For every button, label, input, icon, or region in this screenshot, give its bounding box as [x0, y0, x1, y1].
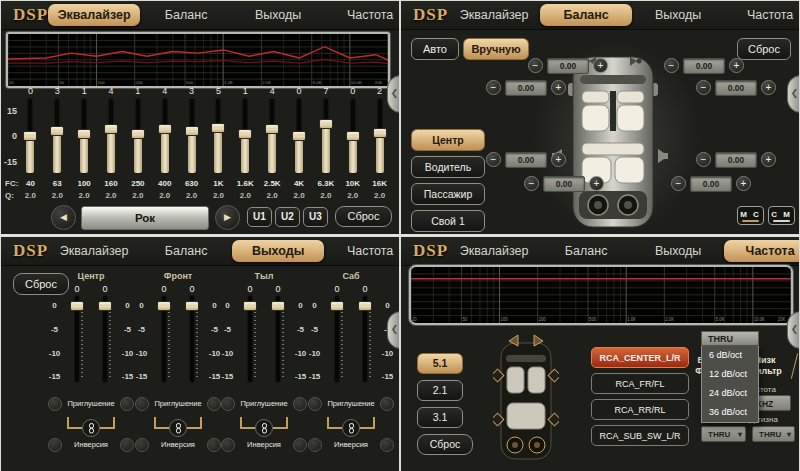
increase-button[interactable]: +: [761, 152, 776, 167]
mute-toggle-left[interactable]: [135, 397, 149, 411]
decrease-button[interactable]: −: [671, 176, 686, 191]
eq-band-slider[interactable]: [131, 99, 145, 173]
eq-slider-knob[interactable]: [77, 129, 91, 139]
increase-button[interactable]: +: [551, 152, 566, 167]
increase-button[interactable]: +: [761, 80, 776, 95]
balance-auto-button[interactable]: Авто: [411, 38, 459, 60]
tab-frequency[interactable]: Частота: [324, 240, 400, 262]
slope-option-1[interactable]: 12 dB/oct: [702, 365, 758, 384]
balance-preset-1[interactable]: Водитель: [411, 156, 485, 178]
tab-equalizer[interactable]: Эквалайзер: [448, 240, 540, 262]
eq-slider-knob[interactable]: [292, 131, 306, 141]
eq-reset-button[interactable]: Сброс: [335, 206, 392, 227]
increase-button[interactable]: +: [593, 58, 608, 73]
preset-display[interactable]: Рок: [81, 206, 209, 230]
link-channels-button[interactable]: [82, 419, 100, 437]
eq-band-slider[interactable]: [319, 99, 333, 173]
output-slider-knob[interactable]: [70, 301, 84, 311]
config-button-2-1[interactable]: 2.1: [417, 380, 463, 401]
eq-band-slider[interactable]: [104, 99, 118, 173]
tab-outputs[interactable]: Выходы: [632, 240, 724, 262]
increase-button[interactable]: +: [589, 176, 604, 191]
inversion-toggle-right[interactable]: [207, 438, 221, 452]
mute-toggle-left[interactable]: [221, 397, 235, 411]
increase-button[interactable]: +: [551, 80, 566, 95]
eq-slider-knob[interactable]: [185, 126, 199, 136]
eq-band-slider[interactable]: [185, 99, 199, 173]
eq-band-slider[interactable]: [346, 99, 360, 173]
tab-equalizer[interactable]: Эквалайзер: [448, 4, 540, 26]
rca-button-2[interactable]: RCA_RR/RL: [591, 399, 689, 420]
output-level-slider[interactable]: [185, 296, 199, 382]
mute-toggle-right[interactable]: [293, 397, 307, 411]
inversion-toggle-right[interactable]: [380, 438, 394, 452]
eq-band-slider[interactable]: [158, 99, 172, 173]
tab-outputs[interactable]: Выходы: [632, 4, 724, 26]
increase-button[interactable]: +: [729, 58, 744, 73]
eq-slider-knob[interactable]: [104, 124, 118, 134]
drawer-handle[interactable]: ❮: [387, 311, 400, 349]
inversion-toggle-left[interactable]: [308, 438, 322, 452]
eq-band-slider[interactable]: [265, 99, 279, 173]
eq-slider-knob[interactable]: [50, 126, 64, 136]
memory-button-u3[interactable]: U3: [303, 207, 328, 227]
balance-preset-2[interactable]: Пассажир: [411, 183, 485, 205]
eq-slider-knob[interactable]: [131, 129, 145, 139]
memory-button-u2[interactable]: U2: [275, 207, 300, 227]
output-level-slider[interactable]: [98, 296, 112, 382]
output-level-slider[interactable]: [157, 296, 171, 382]
drawer-handle[interactable]: ❮: [387, 75, 400, 113]
balance-manual-button[interactable]: Вручную: [463, 38, 529, 60]
tab-balance[interactable]: Баланс: [540, 4, 632, 26]
inversion-toggle-right[interactable]: [120, 438, 134, 452]
preset-prev-button[interactable]: ◀: [51, 205, 76, 230]
config-button-3-1[interactable]: 3.1: [417, 407, 463, 428]
output-slider-knob[interactable]: [271, 301, 285, 311]
inversion-toggle-left[interactable]: [48, 438, 62, 452]
slope-option-2[interactable]: 24 dB/oct: [702, 384, 758, 403]
tab-frequency[interactable]: Частота: [724, 4, 800, 26]
drawer-handle[interactable]: ❮: [787, 75, 800, 113]
output-level-slider[interactable]: [243, 296, 257, 382]
eq-band-slider[interactable]: [23, 99, 37, 173]
slope-option-0[interactable]: 6 dB/oct: [702, 346, 758, 365]
output-slider-knob[interactable]: [330, 301, 344, 311]
tab-equalizer[interactable]: Эквалайзер: [48, 4, 140, 26]
slope-select-left[interactable]: THRU: [701, 426, 746, 442]
cm-button[interactable]: C M: [768, 206, 795, 225]
preset-next-button[interactable]: ▶: [215, 205, 240, 230]
output-level-slider[interactable]: [358, 296, 372, 382]
increase-button[interactable]: +: [736, 176, 751, 191]
mute-toggle-right[interactable]: [380, 397, 394, 411]
tab-frequency[interactable]: Частота: [724, 240, 800, 262]
inversion-toggle-left[interactable]: [135, 438, 149, 452]
eq-slider-knob[interactable]: [158, 124, 172, 134]
mc-button[interactable]: M C: [737, 206, 764, 225]
tab-balance[interactable]: Баланс: [540, 240, 632, 262]
balance-reset-button[interactable]: Сброс: [737, 38, 791, 60]
decrease-button[interactable]: −: [696, 80, 711, 95]
mute-toggle-right[interactable]: [120, 397, 134, 411]
inversion-toggle-left[interactable]: [221, 438, 235, 452]
tab-balance[interactable]: Баланс: [140, 4, 232, 26]
balance-preset-3[interactable]: Свой 1: [411, 210, 485, 232]
drawer-handle[interactable]: ❮: [787, 311, 800, 349]
eq-band-slider[interactable]: [238, 99, 252, 173]
eq-slider-knob[interactable]: [346, 131, 360, 141]
link-channels-button[interactable]: [169, 419, 187, 437]
tab-balance[interactable]: Баланс: [140, 240, 232, 262]
output-slider-knob[interactable]: [243, 301, 257, 311]
eq-slider-knob[interactable]: [373, 128, 387, 138]
mute-toggle-left[interactable]: [48, 397, 62, 411]
output-level-slider[interactable]: [330, 296, 344, 382]
decrease-button[interactable]: −: [524, 176, 539, 191]
link-channels-button[interactable]: [255, 419, 273, 437]
mute-toggle-left[interactable]: [308, 397, 322, 411]
eq-band-slider[interactable]: [373, 99, 387, 173]
eq-slider-knob[interactable]: [319, 119, 333, 129]
tab-outputs[interactable]: Выходы: [232, 240, 324, 262]
output-level-slider[interactable]: [70, 296, 84, 382]
rca-button-0[interactable]: RCA_CENTER_L/R: [591, 347, 689, 368]
decrease-button[interactable]: −: [664, 58, 679, 73]
mute-toggle-right[interactable]: [207, 397, 221, 411]
